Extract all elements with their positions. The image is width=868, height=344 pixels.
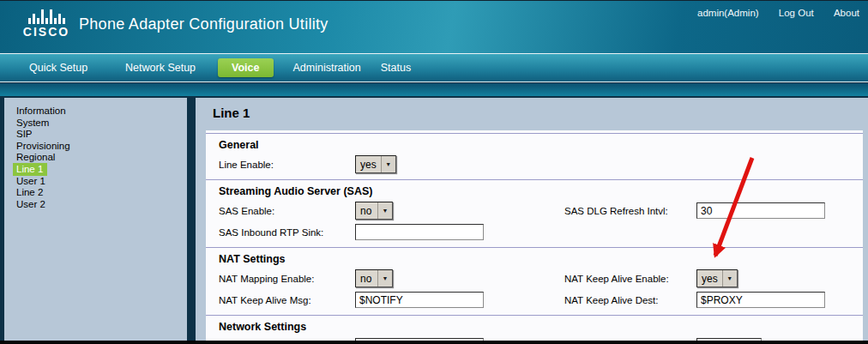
sas-dlg-refresh-intvl-input[interactable] [696, 202, 825, 219]
sas-enable-select[interactable]: no▼ [355, 202, 393, 220]
sidebar-item-provisioning[interactable]: Provisioning [4, 141, 187, 153]
sidebar-item-line-2[interactable]: Line 2 [4, 187, 187, 199]
select-value: yes [697, 270, 723, 287]
sidebar-item-label: Information [16, 106, 66, 116]
field-cell: no▼ [355, 202, 564, 220]
sidebar-item-label: System [16, 118, 49, 128]
sas-inbound-rtp-sink-label: SAS Inbound RTP Sink: [219, 227, 355, 238]
nat-keep-alive-dest-label: NAT Keep Alive Dest: [564, 295, 696, 305]
form-panel: GeneralLine Enable:yes▼Streaming Audio S… [206, 130, 863, 341]
sidebar-item-information[interactable]: Information [4, 106, 187, 118]
tab-voice[interactable]: Voice [218, 58, 273, 77]
nat-keep-alive-msg-input[interactable] [355, 292, 484, 308]
sidebar-item-label: Line 1 [13, 163, 47, 176]
section-streaming-audio-server-sas: Streaming Audio Server (SAS)SAS Enable:n… [206, 179, 863, 247]
select-value: yes [356, 156, 382, 172]
app-title: Phone Adapter Configuration Utility [79, 15, 329, 33]
nat-keep-alive-dest-input[interactable] [696, 292, 825, 308]
sidebar-item-sip[interactable]: SIP [4, 129, 187, 141]
logout-link[interactable]: Log Out [779, 8, 814, 18]
tab-network-setup[interactable]: Network Setup [125, 62, 196, 74]
tab-status[interactable]: Status [381, 62, 411, 74]
field-cell [696, 292, 863, 309]
header: CISCO Phone Adapter Configuration Utilit… [0, 1, 868, 53]
sidebar-item-line-1[interactable]: Line 1 [4, 164, 187, 176]
field-cell [355, 292, 564, 309]
sidebar-item-user-1[interactable]: User 1 [4, 176, 187, 188]
chevron-down-icon[interactable]: ▼ [378, 270, 392, 287]
nat-mapping-enable-label: NAT Mapping Enable: [219, 274, 355, 284]
chevron-down-icon[interactable]: ▼ [382, 156, 395, 172]
window-bottom-edge [0, 341, 868, 344]
tab-administration[interactable]: Administration [293, 62, 361, 74]
form-row: NAT Mapping Enable:no▼NAT Keep Alive Ena… [206, 268, 863, 289]
select-value: no [356, 270, 378, 287]
sas-dlg-refresh-intvl-label: SAS DLG Refresh Intvl: [564, 206, 696, 216]
line-enable-label: Line Enable: [219, 160, 355, 170]
section-title: NAT Settings [206, 250, 863, 268]
chevron-down-icon[interactable]: ▼ [723, 270, 737, 287]
field-cell: yes▼ [355, 155, 564, 173]
section-nat-settings: NAT SettingsNAT Mapping Enable:no▼NAT Ke… [206, 247, 863, 315]
nat-mapping-enable-select[interactable]: no▼ [355, 269, 393, 287]
form-row: SAS Enable:no▼SAS DLG Refresh Intvl: [206, 200, 863, 221]
sidebar-item-label: Provisioning [16, 141, 70, 151]
tab-quick-setup[interactable]: Quick Setup [29, 62, 87, 74]
user-account-link[interactable]: admin(Admin) [697, 8, 759, 18]
header-links: admin(Admin) Log Out About [680, 8, 859, 18]
line-enable-select[interactable]: yes▼ [355, 155, 396, 173]
main-nav: Quick SetupNetwork SetupVoiceAdministrat… [0, 53, 868, 82]
field-cell [355, 224, 564, 241]
sas-enable-label: SAS Enable: [219, 206, 355, 216]
sidebar-item-label: User 2 [16, 199, 45, 209]
field-cell [696, 202, 863, 220]
form-row: SAS Inbound RTP Sink: [206, 221, 863, 243]
nat-keep-alive-enable-select[interactable]: yes▼ [696, 269, 738, 287]
sidebar-item-label: User 1 [16, 176, 45, 186]
select-value: no [356, 202, 378, 219]
sidebar-item-label: Regional [16, 152, 55, 162]
sidebar-item-regional[interactable]: Regional [4, 152, 187, 164]
section-general: GeneralLine Enable:yes▼ [206, 133, 863, 179]
page-title: Line 1 [213, 106, 250, 120]
app-window: CISCO Phone Adapter Configuration Utilit… [0, 0, 868, 344]
about-link[interactable]: About [834, 8, 859, 18]
cisco-brand-text: CISCO [22, 25, 70, 39]
nat-keep-alive-msg-label: NAT Keep Alive Msg: [219, 295, 355, 305]
field-cell: no▼ [355, 269, 564, 287]
field-cell: yes▼ [696, 269, 863, 287]
sidebar-item-label: SIP [16, 129, 33, 139]
form-row: NAT Keep Alive Msg:NAT Keep Alive Dest: [206, 289, 863, 311]
section-network-settings: Network SettingsSIP ToS/DiffServ Value:S… [206, 315, 863, 344]
section-title: General [206, 136, 863, 154]
nav-underline-strip [0, 83, 868, 96]
nat-keep-alive-enable-label: NAT Keep Alive Enable: [564, 274, 696, 284]
form-row: Line Enable:yes▼ [206, 154, 863, 175]
chevron-down-icon[interactable]: ▼ [378, 202, 392, 219]
cisco-logo-bars [22, 9, 70, 24]
sidebar: InformationSystemSIPProvisioningRegional… [4, 98, 187, 341]
sidebar-item-label: Line 2 [16, 187, 43, 197]
main-content: Line 1 GeneralLine Enable:yes▼Streaming … [196, 98, 868, 341]
section-title: Network Settings [206, 318, 863, 335]
sidebar-item-system[interactable]: System [4, 118, 187, 130]
sas-inbound-rtp-sink-input[interactable] [355, 224, 484, 240]
sidebar-item-user-2[interactable]: User 2 [4, 199, 187, 211]
cisco-logo-icon: CISCO [22, 9, 70, 41]
section-title: Streaming Audio Server (SAS) [206, 183, 863, 200]
